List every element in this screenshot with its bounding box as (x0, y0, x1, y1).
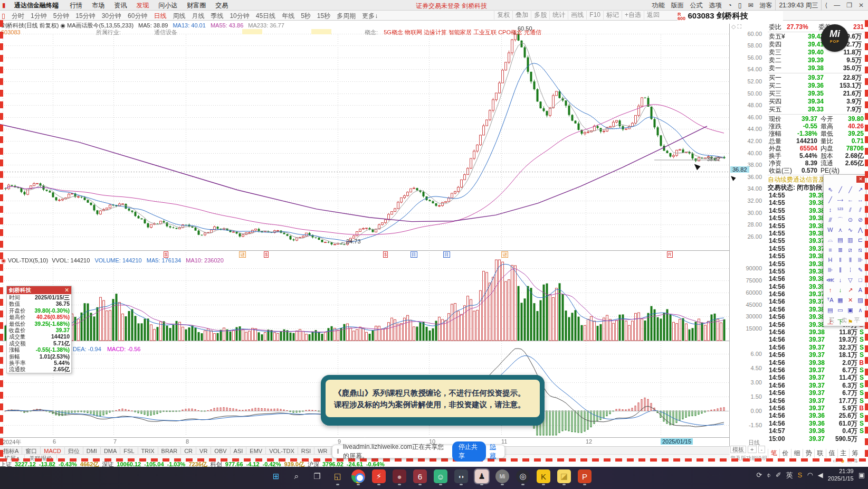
stop-share-button[interactable]: 停止共享 (452, 441, 486, 462)
tdx-app-icon[interactable]: ⚡ (372, 469, 386, 483)
quote-tab-笔[interactable]: 笔 (768, 449, 779, 458)
indicator-tab-指标A[interactable]: 指标A (0, 447, 22, 454)
draw-tool-icon[interactable]: ⁞ (845, 266, 855, 275)
period-30分钟[interactable]: 30分钟 (99, 11, 125, 22)
darkred-app-icon[interactable]: ● (393, 469, 406, 483)
pause-icon[interactable]: ‖ (337, 448, 339, 455)
tool-统计[interactable]: 统计 (549, 10, 568, 20)
draw-tool-icon[interactable]: ▨ (855, 296, 865, 305)
history-back-button[interactable]: ⟨ (822, 1, 831, 10)
indicator-tab-DMA[interactable]: DMA (101, 447, 120, 454)
indicator-tab-MACD[interactable]: MACD (41, 447, 64, 454)
draw-tool-icon[interactable]: ⫻ (825, 215, 835, 224)
period-45日线[interactable]: 45日线 (253, 11, 279, 22)
draw-tool-icon[interactable]: ↔ (855, 195, 865, 204)
draw-tool-icon[interactable]: ᵀA (825, 296, 835, 305)
menu-公式[interactable]: 公式 (687, 0, 706, 11)
menu-功能[interactable]: 功能 (649, 0, 668, 11)
indicator-tab-RSI[interactable]: RSI (298, 447, 314, 454)
search-icon[interactable]: ⌕ (290, 469, 303, 483)
draw-tool-icon[interactable]: ⌓ (825, 236, 835, 245)
draw-tool-icon[interactable]: W (825, 225, 835, 234)
menu-问小达[interactable]: 问小达 (154, 0, 182, 11)
quote-tab-细[interactable]: 细 (791, 449, 803, 458)
indicator-toggle-icon[interactable]: ◉ (60, 22, 67, 29)
period-60分钟[interactable]: 60分钟 (125, 11, 150, 22)
draw-tool-icon[interactable]: ≣ (835, 246, 845, 255)
draw-tool-icon[interactable]: A (855, 286, 865, 295)
tool-复权[interactable]: 复权 (494, 10, 512, 20)
draw-tool-icon[interactable]: ↓ (835, 286, 845, 295)
maximize-pane-icon[interactable]: ⛶ (738, 23, 742, 30)
webcam-app-icon[interactable]: ◎ (516, 469, 530, 483)
ma-indicator-name[interactable]: MA画话股今(5,13,55,233) (67, 22, 133, 29)
draw-tool-icon[interactable]: ⫴ (845, 256, 855, 265)
period-多周期[interactable]: 多周期 (333, 11, 359, 22)
green-app-icon[interactable]: ☺ (434, 469, 447, 483)
chrome-icon[interactable] (351, 469, 365, 483)
maximize-button[interactable]: ❐ (843, 1, 855, 10)
mi-app-icon[interactable]: Mi (495, 469, 509, 483)
wifi-icon[interactable]: ◠ (807, 471, 813, 479)
quote-tab-价[interactable]: 价 (779, 449, 791, 458)
event-marker[interactable]: 谜 (239, 251, 246, 258)
draw-tool-icon[interactable]: ⋏ (835, 225, 845, 234)
indicator-tab-OBV[interactable]: OBV (211, 447, 230, 454)
draw-tool-icon[interactable]: ▥ (845, 236, 855, 245)
tool-+自选[interactable]: +自选 (622, 10, 644, 20)
draw-tool-icon[interactable]: ↓ (835, 276, 845, 285)
period-15秒[interactable]: 15秒 (314, 11, 333, 22)
draw-tool-icon[interactable]: ↑ (825, 286, 835, 295)
bid-row[interactable]: 买一39.3722.8万 (768, 74, 865, 82)
draw-tool-icon[interactable]: ∧ (855, 306, 865, 315)
draw-mode-买[interactable]: 买 (825, 316, 838, 324)
period-分时[interactable]: 分时 (8, 11, 27, 22)
draw-tool-icon[interactable]: ⧅ (855, 246, 865, 255)
draw-tool-icon[interactable]: ⫼ (835, 266, 845, 275)
indicator-tab-EMV[interactable]: EMV (246, 447, 266, 454)
period-5分钟[interactable]: 5分钟 (50, 11, 73, 22)
period-日线[interactable]: 日线 (150, 11, 169, 22)
file-explorer-icon[interactable]: ◱ (331, 469, 345, 483)
draw-tool-icon[interactable]: ╱ (845, 185, 855, 194)
template-button[interactable]: 模板 (730, 446, 746, 453)
draw-tool-icon[interactable]: ⌒ (835, 215, 845, 224)
event-marker[interactable]: 目 (411, 251, 417, 258)
mic-icon[interactable]: ⌽ (767, 471, 771, 479)
indicator-tab-窗口[interactable]: 窗口 (22, 447, 41, 454)
indicator-tab-VR[interactable]: VR (196, 447, 211, 454)
event-marker[interactable]: $ (383, 251, 388, 258)
record-icon[interactable]: ⟳ (756, 471, 762, 479)
draw-tool-icon[interactable]: ⤏ (835, 195, 845, 204)
event-marker[interactable]: R (667, 251, 673, 258)
task-view-icon[interactable]: ❐ (310, 469, 324, 483)
period-5秒[interactable]: 5秒 (298, 11, 314, 22)
menu-版面[interactable]: 版面 (668, 0, 687, 11)
menu-交易[interactable]: 交易 (211, 0, 233, 11)
draw-tool-icon[interactable]: ↕ (825, 205, 835, 214)
zoom-in-button[interactable]: + (748, 446, 756, 453)
draw-tool-icon[interactable]: ⋀ (855, 225, 865, 234)
draw-tool-icon[interactable]: ¹²³ (835, 205, 845, 214)
ask-row[interactable]: 卖一39.3835.0万 (768, 64, 865, 72)
event-marker[interactable]: 目 (443, 251, 450, 258)
draw-tool-icon[interactable]: ∿ (845, 225, 855, 234)
draw-tool-icon[interactable]: ⇖ (825, 185, 835, 194)
concept-tags[interactable]: 5G概念 物联网 边缘计算 智能家居 工业互联 CPO概念 光通信 (384, 29, 541, 35)
ime-indicator[interactable]: 英 (786, 471, 793, 480)
bid-row[interactable]: 买三39.3521.6万 (768, 90, 865, 98)
draw-tool-icon[interactable]: ▣ (845, 306, 855, 315)
wh6-app-icon[interactable]: 6 (413, 469, 427, 483)
volume-icon[interactable]: ◀ (818, 471, 823, 479)
draw-tool-icon[interactable]: ✎ (855, 266, 865, 275)
menu-财富圈[interactable]: 财富圈 (182, 0, 211, 11)
draw-tool-icon[interactable]: ✕ (845, 296, 855, 305)
ask-row[interactable]: 卖五¥39.4229.6万 (768, 33, 865, 41)
draw-tool-icon[interactable]: ⋘ (825, 276, 835, 285)
draw-tool-icon[interactable]: ⊪ (825, 266, 835, 275)
quote-tab-联[interactable]: 联 (814, 449, 826, 458)
indicator-tab-BRAR[interactable]: BRAR (158, 447, 182, 454)
period-10分钟[interactable]: 10分钟 (226, 11, 252, 22)
draw-tool-icon[interactable]: ▽ (845, 276, 855, 285)
menu-行情[interactable]: 行情 (65, 0, 87, 11)
